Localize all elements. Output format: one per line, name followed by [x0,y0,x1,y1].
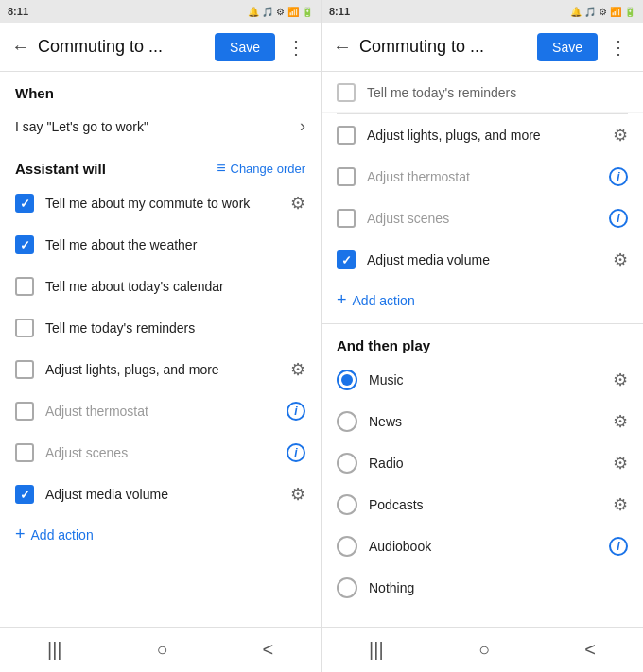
checkbox-calendar[interactable] [15,277,34,296]
checkbox-volume[interactable] [15,485,34,504]
save-button[interactable]: Save [215,33,275,61]
nav-bar: ||| ○ < [0,627,321,672]
item-label-lights: Adjust lights, plugs, and more [45,362,290,377]
add-action-button-right[interactable]: + Add action [322,281,430,323]
info-icon-audiobook[interactable]: i [609,537,628,556]
list-item: Adjust lights, plugs, and more ⚙ [0,349,321,390]
checkbox-reminders[interactable] [15,319,34,337]
checkbox-lights-r[interactable] [337,126,356,145]
radio-nothing[interactable] [337,577,357,598]
radio-item-nothing: Nothing [322,567,643,609]
status-bar-right: 8:11 🔔 🎵 ⚙ 📶 🔋 [322,0,643,23]
gear-icon-music[interactable]: ⚙ [613,370,628,390]
back-button[interactable]: ← [11,36,30,58]
item-label-news: News [369,414,613,429]
more-options-button-right[interactable]: ⋮ [605,36,632,59]
checkbox-commute[interactable] [15,194,34,213]
item-label-nothing: Nothing [369,580,628,595]
checkbox-scenes-r[interactable] [337,209,356,228]
checkbox-scenes[interactable] [15,443,34,462]
item-label-reminders-r: Tell me today's reminders [367,85,628,100]
radio-item-audiobook: Audiobook i [322,526,643,567]
list-item: Adjust scenes i [322,198,643,239]
media-icon: 🎵 [262,7,273,17]
more-options-button[interactable]: ⋮ [283,36,309,59]
checkbox-thermostat-r[interactable] [337,167,356,186]
radio-news[interactable] [337,411,357,432]
header: ← Commuting to ... Save ⋮ [0,23,321,72]
bluetooth-icon: ⚙ [276,7,285,17]
item-label-podcasts: Podcasts [369,497,613,512]
radio-audiobook[interactable] [337,536,357,557]
radio-inner-music [341,374,353,386]
item-label-thermostat-r: Adjust thermostat [367,169,609,184]
add-plus-icon: + [15,525,26,544]
item-label-volume-r: Adjust media volume [367,252,613,267]
notification-icon: 🔔 [248,7,259,17]
gear-icon-radio[interactable]: ⚙ [613,453,628,474]
notification-icon-r: 🔔 [570,7,582,17]
gear-icon-lights[interactable]: ⚙ [290,359,305,380]
nav-home-button-right[interactable]: ○ [463,631,505,668]
checkbox-thermostat[interactable] [15,402,34,421]
radio-radio[interactable] [337,453,357,474]
checkbox-weather[interactable] [15,235,34,254]
gear-icon-lights-r[interactable]: ⚙ [613,125,628,146]
nav-back-button[interactable]: < [247,631,288,668]
item-label-commute: Tell me about my commute to work [45,196,290,211]
list-item: Tell me about my commute to work ⚙ [0,182,321,224]
when-section-label: When [0,72,321,107]
change-order-button[interactable]: ≡ Change order [217,160,305,177]
status-icons: 🔔 🎵 ⚙ 📶 🔋 [248,7,313,17]
media-icon-r: 🎵 [584,7,596,17]
reorder-icon: ≡ [217,160,225,177]
item-label-scenes-r: Adjust scenes [367,211,609,226]
gear-icon-news[interactable]: ⚙ [613,411,628,432]
list-item: Adjust media volume ⚙ [0,474,321,515]
right-panel: 8:11 🔔 🎵 ⚙ 📶 🔋 ← Commuting to ... Save ⋮… [322,0,643,672]
gear-icon-volume-r[interactable]: ⚙ [613,250,628,270]
item-label-reminders: Tell me today's reminders [45,320,305,336]
status-icons-right: 🔔 🎵 ⚙ 📶 🔋 [570,7,635,17]
chevron-right-icon: › [300,116,305,136]
save-button-right[interactable]: Save [537,33,598,61]
wifi-icon-r: 📶 [610,7,621,17]
trigger-text: I say "Let's go to work" [15,119,148,134]
change-order-label: Change order [231,162,306,176]
add-action-label-r: Add action [353,293,415,308]
battery-icon: 🔋 [302,7,313,17]
assistant-section-title: Assistant will [15,161,106,177]
item-label-volume: Adjust media volume [45,487,290,502]
list-item: Tell me about the weather [0,224,321,266]
nav-menu-button-right[interactable]: ||| [354,631,399,668]
info-icon-thermostat-r[interactable]: i [609,167,628,186]
checkbox-volume-r[interactable] [337,250,356,269]
when-trigger[interactable]: I say "Let's go to work" › [0,107,321,146]
list-item: Adjust media volume ⚙ [322,239,643,281]
back-button-right[interactable]: ← [333,36,352,58]
item-label-lights-r: Adjust lights, plugs, and more [367,128,613,143]
radio-podcasts[interactable] [337,494,357,515]
nav-home-button[interactable]: ○ [141,631,182,668]
wifi-icon: 📶 [287,7,299,17]
radio-music[interactable] [337,370,357,390]
gear-icon-volume[interactable]: ⚙ [290,484,305,505]
bluetooth-icon-r: ⚙ [599,7,607,17]
item-label-thermostat: Adjust thermostat [45,404,287,419]
checkbox-lights[interactable] [15,360,34,379]
nav-menu-button[interactable]: ||| [32,631,78,668]
gear-icon-podcasts[interactable]: ⚙ [613,494,628,515]
radio-item-music: Music ⚙ [322,359,643,401]
info-icon-thermostat[interactable]: i [287,402,305,421]
nav-back-button-right[interactable]: < [569,631,611,668]
item-label-calendar: Tell me about today's calendar [45,279,305,294]
info-icon-scenes[interactable]: i [287,443,305,462]
radio-item-radio: Radio ⚙ [322,442,643,484]
header-title: Commuting to ... [38,37,215,57]
add-action-button[interactable]: + Add action [0,515,109,558]
header-title-right: Commuting to ... [359,37,537,57]
checkbox-reminders-r[interactable] [337,83,356,102]
battery-icon-r: 🔋 [624,7,635,17]
info-icon-scenes-r[interactable]: i [609,209,628,228]
gear-icon-commute[interactable]: ⚙ [290,193,305,214]
